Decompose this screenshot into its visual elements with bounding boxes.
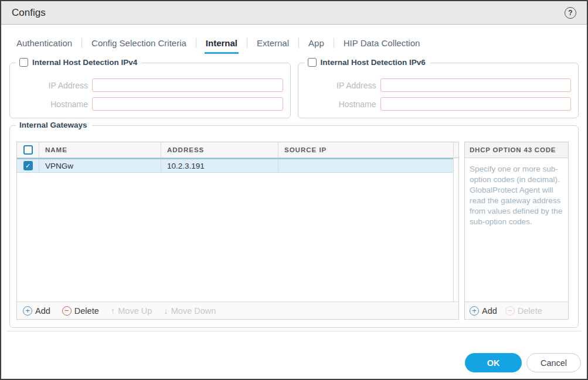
internal-host-detection-ipv4-group: Internal Host Detection IPv4 IP Address … [9, 63, 291, 118]
column-header-source-ip[interactable]: SOURCE IP [278, 142, 458, 158]
ipv6-hostname-label: Hostname [304, 100, 380, 109]
move-down-icon: ↓ [164, 306, 168, 316]
ipv4-enable-checkbox[interactable] [19, 58, 28, 67]
ipv6-legend-label: Internal Host Detection IPv6 [321, 58, 426, 67]
add-gateway-button[interactable]: + Add [23, 306, 50, 316]
host-detection-row: Internal Host Detection IPv4 IP Address … [9, 63, 579, 118]
select-all-cell [17, 142, 39, 158]
dhcp-option-43-hint: Specify one or more sub-option codes (in… [465, 158, 568, 302]
move-up-icon: ↑ [111, 306, 115, 316]
ipv6-legend: Internal Host Detection IPv6 [304, 58, 430, 67]
internal-gateways-table: NAME ADDRESS SOURCE IP ✓ VPNGw 10.2.3.19… [16, 142, 459, 320]
cell-name: VPNGw [39, 159, 161, 172]
ipv6-enable-checkbox[interactable] [308, 58, 317, 67]
ipv6-ip-address-input[interactable] [380, 78, 572, 92]
table-scrollbar-track [453, 142, 454, 302]
add-icon: + [23, 306, 32, 316]
tab-config-selection-criteria[interactable]: Config Selection Criteria [90, 38, 188, 54]
dhcp-delete-button: − Delete [505, 306, 542, 316]
cell-address: 10.2.3.191 [161, 159, 278, 172]
ok-button[interactable]: OK [465, 353, 522, 372]
dhcp-option-43-header: DHCP OPTION 43 CODE [465, 142, 568, 158]
ipv4-hostname-input[interactable] [92, 97, 283, 111]
delete-icon: − [505, 306, 515, 316]
dialog-footer: OK Cancel [7, 331, 581, 379]
row-checkbox[interactable]: ✓ [23, 161, 33, 170]
internal-gateways-group: Internal Gateways NAME ADDRESS SOURCE IP… [9, 125, 579, 328]
tab-bar: Authentication Config Selection Criteria… [1, 25, 587, 54]
table-header-row: NAME ADDRESS SOURCE IP [17, 142, 458, 158]
ipv6-hostname-input[interactable] [380, 97, 572, 111]
dhcp-option-43-panel: DHCP OPTION 43 CODE Specify one or more … [464, 142, 569, 320]
add-icon: + [470, 306, 479, 316]
tab-separator [298, 38, 299, 48]
dhcp-delete-label: Delete [518, 306, 542, 316]
dhcp-add-button[interactable]: + Add [470, 306, 497, 316]
tab-internal[interactable]: Internal [205, 38, 239, 54]
tab-external[interactable]: External [256, 38, 290, 54]
tab-app[interactable]: App [307, 38, 325, 54]
table-row[interactable]: ✓ VPNGw 10.2.3.191 [17, 158, 453, 173]
column-header-name[interactable]: NAME [39, 142, 161, 158]
dialog-titlebar: Configs ? [1, 1, 587, 25]
move-down-button: ↓ Move Down [164, 306, 216, 316]
add-label: Add [35, 306, 50, 316]
column-header-address[interactable]: ADDRESS [161, 142, 278, 158]
cell-source-ip [278, 159, 453, 172]
table-body: ✓ VPNGw 10.2.3.191 [17, 158, 458, 302]
tab-separator [81, 38, 82, 48]
tab-separator [247, 38, 247, 48]
delete-gateway-button[interactable]: − Delete [62, 306, 99, 316]
ipv4-ip-address-input[interactable] [92, 78, 283, 92]
help-icon[interactable]: ? [565, 7, 576, 19]
ipv4-hostname-label: Hostname [16, 100, 92, 109]
tab-authentication[interactable]: Authentication [15, 38, 73, 54]
row-checkbox-cell: ✓ [17, 159, 39, 172]
dhcp-toolbar: + Add − Delete [465, 302, 568, 319]
tab-hip-data-collection[interactable]: HIP Data Collection [342, 38, 422, 54]
move-up-button: ↑ Move Up [111, 306, 152, 316]
internal-gateways-legend: Internal Gateways [16, 121, 92, 129]
delete-icon: − [62, 306, 72, 316]
cancel-button[interactable]: Cancel [526, 353, 581, 372]
tab-separator [334, 38, 334, 48]
tab-separator [196, 38, 196, 48]
table-toolbar: + Add − Delete ↑ Move Up ↓ Move Down [17, 302, 458, 319]
dialog-title: Configs [12, 7, 46, 19]
ipv4-ip-address-label: IP Address [16, 81, 92, 90]
delete-label: Delete [74, 306, 99, 316]
move-up-label: Move Up [118, 306, 152, 316]
ipv4-legend-label: Internal Host Detection IPv4 [32, 58, 137, 67]
dhcp-add-label: Add [482, 306, 497, 316]
move-down-label: Move Down [171, 306, 216, 316]
ipv6-ip-address-label: IP Address [304, 81, 380, 90]
internal-host-detection-ipv6-group: Internal Host Detection IPv6 IP Address … [298, 63, 579, 118]
select-all-checkbox[interactable] [23, 145, 33, 155]
ipv4-legend: Internal Host Detection IPv4 [16, 58, 142, 67]
internal-gateways-legend-label: Internal Gateways [19, 121, 87, 129]
